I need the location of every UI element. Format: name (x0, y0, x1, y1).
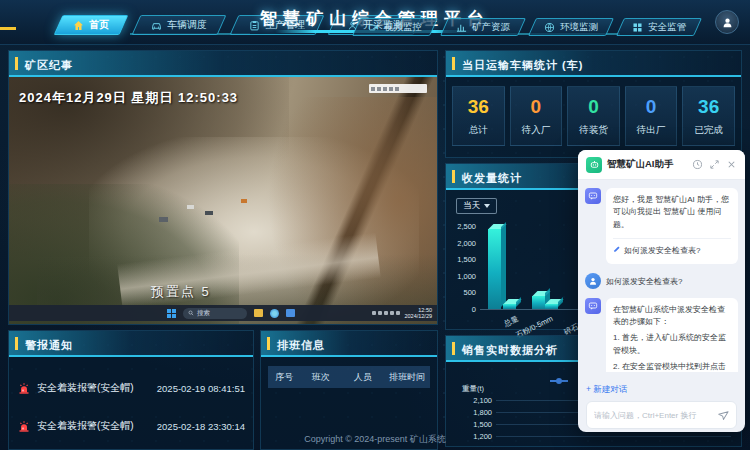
taskbar-system-tray: 12:50 2024/12/29 (372, 307, 432, 319)
stat-value: 0 (531, 96, 542, 118)
video-scene-ravine (281, 77, 437, 324)
nav-tab-label: 视频监控 (384, 21, 422, 34)
cctv-video-feed[interactable]: 2024年12月29日 星期日 12:50:33 预置点 5 搜索 (9, 77, 437, 324)
stat-card-待出厂: 0待出厂 (625, 86, 678, 146)
stat-label: 总计 (469, 124, 488, 137)
globe-icon (544, 22, 555, 33)
video-watermark (369, 84, 427, 93)
history-icon[interactable] (692, 159, 703, 170)
app-header: 首页车辆调度生产管理开采监测 智慧矿山综合管理平台 视频监控矿产资源环境监测安全… (0, 0, 750, 45)
stat-label: 已完成 (694, 124, 723, 137)
grid-icon (632, 22, 643, 33)
siren-icon (17, 419, 31, 433)
nav-tab-label: 生产管理 (265, 18, 305, 32)
alert-timestamp: 2025-02-18 23:30:14 (157, 421, 245, 432)
video-scene-slope (267, 97, 437, 324)
video-scene-truck (205, 211, 213, 215)
panel-header: 当日运输车辆统计 (车) (446, 51, 741, 77)
ai-bot-message: 您好，我是 智慧矿山AI 助手，您可以向我提出 智慧矿山 使用问题。如何派发安全… (585, 188, 738, 264)
person-scan-icon (347, 20, 358, 31)
nav-tab-label: 环境监测 (560, 21, 598, 34)
alert-label: 安全着装报警(安全帽) (37, 381, 157, 395)
suggested-question-label: 如何派发安全检查表? (624, 245, 700, 257)
stat-label: 待装货 (579, 124, 608, 137)
shift-schedule-panel: 排班信息 序号班次人员排班时间 (260, 330, 438, 450)
nav-tab-label: 矿产资源 (472, 21, 510, 34)
stats-cards: 36总计0待入厂0待装货0待出厂36已完成 (446, 77, 741, 155)
user-avatar-icon (585, 273, 601, 289)
video-scene-excavator (241, 199, 247, 203)
stat-card-待入厂: 0待入厂 (510, 86, 563, 146)
stat-value: 0 (588, 96, 599, 118)
bar-3d (488, 229, 506, 309)
message-bubble: 您好，我是 智慧矿山AI 助手，您可以向我提出 智慧矿山 使用问题。如何派发安全… (606, 188, 738, 264)
user-avatar[interactable] (715, 10, 739, 34)
video-scene-building (159, 217, 168, 222)
nav-tab-label: 车辆调度 (167, 18, 207, 32)
browser-icon (270, 309, 279, 318)
send-icon[interactable] (717, 409, 729, 421)
ai-user-message: 如何派发安全检查表? (585, 273, 738, 289)
taskbar-clock: 12:50 2024/12/29 (404, 307, 432, 319)
message-step: 2. 在安全监管模块中找到并点击“安全检查”选项。 (613, 361, 731, 372)
mine-chronicle-panel: 矿区纪事 2024年12月29日 星期日 12:50:33 预置点 5 (8, 50, 438, 325)
bar-chart-icon (456, 22, 467, 33)
y-axis-tick-label: 500 (448, 288, 476, 297)
video-scene-truck (187, 205, 194, 209)
home-icon (73, 20, 84, 31)
suggested-question[interactable]: 如何派发安全检查表? (613, 238, 731, 257)
stat-value: 36 (468, 96, 489, 118)
ai-assistant-title: 智慧矿山AI助手 (607, 158, 686, 171)
nav-tab-video-monitor[interactable]: 视频监控 (356, 18, 434, 36)
stat-card-已完成: 36已完成 (682, 86, 735, 146)
panel-header: 警报通知 (9, 331, 253, 357)
nav-tab-env-monitor[interactable]: 环境监测 (532, 18, 610, 36)
panel-title: 当日运输车辆统计 (车) (462, 59, 583, 71)
y-axis-tick-label: 1,800 (450, 408, 492, 417)
pencil-icon (613, 245, 621, 257)
taskbar-search-box: 搜索 (183, 308, 247, 319)
ai-question-input[interactable] (594, 411, 717, 420)
sales-chart-ylabel: 重量(t) (462, 384, 484, 394)
clipboard-icon (249, 20, 260, 31)
ai-assistant-footer: + 新建对话 (578, 372, 745, 432)
close-icon[interactable] (726, 159, 737, 170)
nav-right: 视频监控矿产资源环境监测安全监管 (356, 18, 698, 36)
nav-tab-mineral-resource[interactable]: 矿产资源 (444, 18, 522, 36)
alert-label: 安全着装报警(安全帽) (37, 419, 157, 433)
y-axis-tick-label: 1,500 (450, 420, 492, 429)
copyright-footer: Copyright © 2024-present 矿山系统 (0, 433, 750, 446)
bot-avatar (585, 188, 601, 204)
video-icon (368, 22, 379, 33)
nav-tab-vehicle-dispatch[interactable]: 车辆调度 (136, 15, 222, 35)
shift-table-header: 序号班次人员排班时间 (268, 366, 430, 388)
alert-timestamp: 2025-02-19 08:41:51 (157, 383, 245, 394)
stat-card-总计: 36总计 (452, 86, 505, 146)
siren-icon (17, 381, 31, 395)
message-text: 在智慧矿山系统中派发安全检查表的步骤如下： (613, 304, 731, 329)
panel-title: 警报通知 (25, 339, 73, 351)
nav-tab-safety-supervision[interactable]: 安全监管 (620, 18, 698, 36)
y-axis-tick-label: 1,000 (448, 272, 476, 281)
ai-bot-message: 在智慧矿山系统中派发安全检查表的步骤如下：1. 首先，进入矿山系统的安全监管模块… (585, 298, 738, 372)
message-bubble: 在智慧矿山系统中派发安全检查表的步骤如下：1. 首先，进入矿山系统的安全监管模块… (606, 298, 738, 372)
video-scene-quarry-floor (89, 137, 419, 324)
alert-list-item[interactable]: 安全着装报警(安全帽)2025-02-19 08:41:51 (17, 369, 245, 407)
bot-avatar (585, 298, 601, 314)
shift-column-header: 排班时间 (385, 371, 430, 384)
panel-header: 排班信息 (261, 331, 437, 357)
vehicle-icon (151, 20, 162, 31)
alerts-panel: 警报通知 安全着装报警(安全帽)2025-02-19 08:41:51安全着装报… (8, 330, 254, 450)
windows-start-icon (167, 309, 176, 318)
stat-label: 待出厂 (637, 124, 666, 137)
panel-title: 矿区纪事 (25, 59, 73, 71)
new-chat-button[interactable]: + 新建对话 (586, 384, 627, 396)
nav-tab-home[interactable]: 首页 (58, 15, 124, 35)
y-axis-tick-label: 2,500 (448, 222, 476, 231)
file-explorer-icon (254, 309, 263, 317)
shift-column-header: 序号 (268, 371, 300, 384)
y-axis-tick-label: 1,500 (448, 255, 476, 264)
stat-label: 待入厂 (522, 124, 551, 137)
message-text: 您好，我是 智慧矿山AI 助手，您可以向我提出 智慧矿山 使用问题。 (613, 194, 731, 231)
expand-icon[interactable] (709, 159, 720, 170)
